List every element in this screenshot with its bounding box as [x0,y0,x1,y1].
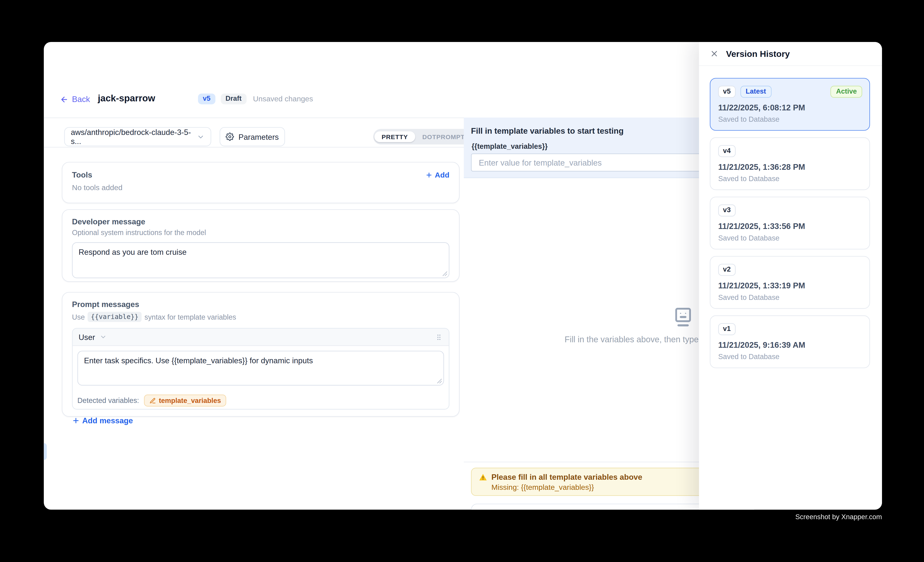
plus-icon [425,171,432,178]
version-card-v4[interactable]: v4 11/21/2025, 1:36:28 PM Saved to Datab… [710,137,870,190]
version-timestamp: 11/22/2025, 6:08:12 PM [718,103,862,112]
version-number-badge: v4 [718,145,735,157]
template-variables-title: Fill in template variables to start test… [471,127,624,136]
resize-handle-icon[interactable] [437,378,442,384]
version-status: Saved to Database [718,352,862,361]
version-card-v3[interactable]: v3 11/21/2025, 1:33:56 PM Saved to Datab… [710,197,870,249]
back-button[interactable]: Back [60,95,90,104]
toggle-option-dotprompt[interactable]: DOTPROMPT [415,131,472,142]
version-timestamp: 11/21/2025, 1:33:56 PM [718,221,862,231]
chevron-down-icon [197,133,204,140]
back-arrow-icon [60,95,69,103]
message-header: User [73,329,449,346]
syntax-code-chip: {{variable}} [88,312,141,322]
active-badge: Active [831,86,862,97]
developer-message-card: Developer message Optional system instru… [62,209,459,282]
add-tool-button[interactable]: Add [425,170,449,179]
template-variable-input[interactable] [471,153,738,172]
editor-column: Tools Add No tools added Developer messa… [62,162,459,417]
syntax-hint: Use {{variable}} syntax for template var… [72,312,449,322]
syntax-hint-suffix: syntax for template variables [144,313,236,321]
detected-variables-row: Detected variables: template_variables [73,390,449,409]
version-status: Saved to Database [718,174,862,182]
screenshot-stage: Back jack-sparrow v5 Draft Unsaved chang… [0,0,924,562]
drag-handle-icon[interactable] [435,333,442,341]
tools-title: Tools [72,170,92,179]
warning-title: Please fill in all template variables ab… [491,472,642,481]
prompt-messages-title: Prompt messages [72,300,449,309]
parameters-button[interactable]: Parameters [220,127,285,146]
version-timestamp: 11/21/2025, 9:16:39 AM [718,340,862,349]
gear-icon [226,132,234,141]
latest-badge: Latest [740,86,771,97]
version-card-v2[interactable]: v2 11/21/2025, 1:33:19 PM Saved to Datab… [710,256,870,309]
empty-state-text: Fill in the variables above, then type [565,335,699,344]
variable-chip-label: template_variables [159,397,221,404]
plus-icon [72,417,80,424]
version-card-v5[interactable]: v5 Latest Active 11/22/2025, 6:08:12 PM … [710,78,870,130]
template-variable-name: {{template_variables}} [472,142,548,151]
watermark-text: Screenshot by Xnapper.com [795,513,882,520]
warning-triangle-icon [479,473,487,481]
version-status: Saved to Database [718,293,862,301]
version-timestamp: 11/21/2025, 1:33:19 PM [718,281,862,290]
detected-variables-label: Detected variables: [78,396,139,405]
unsaved-changes-text: Unsaved changes [253,95,313,103]
developer-message-subtitle: Optional system instructions for the mod… [72,229,449,237]
bot-face-icon [672,306,694,329]
message-role-select[interactable]: User [78,332,107,341]
toggle-option-pretty[interactable]: PRETTY [374,131,415,142]
version-number-badge: v2 [718,264,735,275]
format-toggle: PRETTY DOTPROMPT [373,129,473,144]
model-select-value: aws/anthropic/bedrock-claude-3-5-s... [71,128,197,146]
developer-message-input[interactable]: Respond as you are tom cruise [72,242,449,278]
version-list: v5 Latest Active 11/22/2025, 6:08:12 PM … [699,66,882,368]
syntax-hint-prefix: Use [72,313,85,321]
parameters-label: Parameters [238,132,279,141]
back-label: Back [72,95,90,104]
version-history-title: Version History [726,49,790,58]
version-number-badge: v5 [718,86,735,97]
message-content-input[interactable]: Enter task specifics. Use {{template_var… [78,351,444,386]
app-window: Back jack-sparrow v5 Draft Unsaved chang… [44,42,882,509]
prompt-messages-card: Prompt messages Use {{variable}} syntax … [62,292,459,417]
resize-handle-icon[interactable] [442,271,448,277]
add-message-button[interactable]: Add message [72,416,133,425]
version-badge: v5 [198,94,215,104]
close-icon[interactable] [710,49,719,58]
version-status: Saved to Database [718,115,862,123]
header-badges: v5 Draft Unsaved changes [198,94,313,104]
version-status: Saved to Database [718,233,862,242]
version-history-panel: Version History v5 Latest Active 11/22/2… [699,42,882,509]
model-select[interactable]: aws/anthropic/bedrock-claude-3-5-s... [64,127,211,146]
developer-message-title: Developer message [72,217,449,226]
prompt-message-block: User Enter task specifics. Use {{templat… [72,328,449,410]
tools-empty-text: No tools added [72,184,449,192]
variable-chip[interactable]: template_variables [144,395,226,407]
version-number-badge: v1 [718,323,735,335]
chevron-down-icon [100,333,107,341]
page-title: jack-sparrow [98,93,155,104]
draft-status-badge: Draft [221,94,246,104]
tools-card: Tools Add No tools added [62,162,459,203]
message-role-value: User [78,332,95,341]
sidebar-peek-tab[interactable] [44,443,47,460]
version-timestamp: 11/21/2025, 1:36:28 PM [718,162,862,171]
pencil-icon [149,397,156,404]
version-number-badge: v3 [718,205,735,216]
toolbar-divider [44,147,464,148]
add-message-label: Add message [82,416,133,425]
add-tool-label: Add [435,170,449,179]
version-card-v1[interactable]: v1 11/21/2025, 9:16:39 AM Saved to Datab… [710,315,870,368]
